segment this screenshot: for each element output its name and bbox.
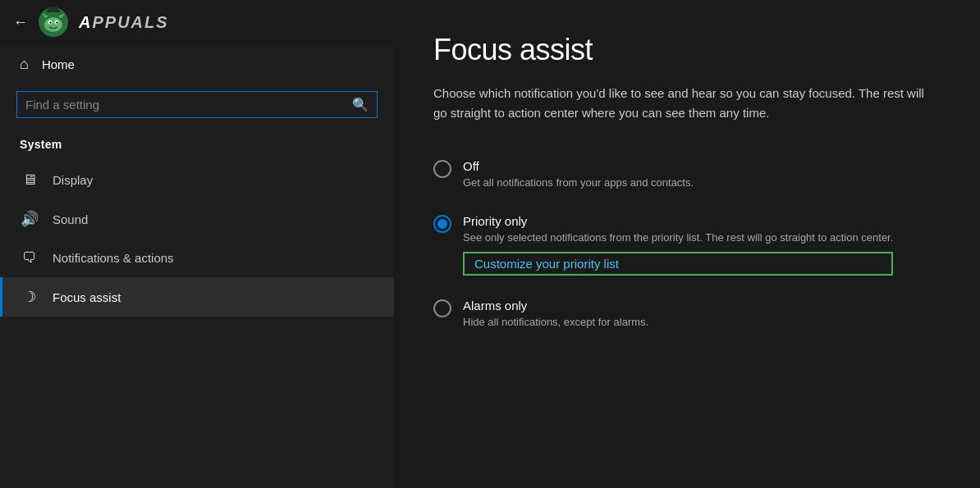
option-alarms-label: Alarms only (463, 299, 648, 312)
search-input[interactable] (25, 98, 352, 112)
svg-rect-9 (48, 7, 58, 12)
appuals-rest: PPUALS (92, 13, 168, 31)
option-priority-label: Priority only (463, 214, 893, 228)
option-priority-desc: See only selected notifications from the… (463, 230, 893, 246)
radio-off[interactable] (433, 160, 451, 178)
sidebar-item-sound[interactable]: 🔊 Sound (0, 199, 394, 239)
search-box: 🔍 (16, 91, 378, 118)
appuals-a: A (79, 13, 92, 31)
radio-alarms-only[interactable] (433, 299, 451, 317)
customize-priority-list-link[interactable]: Customize your priority list (463, 252, 893, 276)
page-title: Focus assist (433, 33, 941, 67)
option-priority-only: Priority only See only selected notifica… (433, 203, 941, 288)
search-icon[interactable]: 🔍 (352, 97, 369, 112)
option-off-label: Off (463, 159, 694, 173)
focus-assist-label: Focus assist (53, 290, 121, 304)
home-nav-item[interactable]: ⌂ Home (0, 44, 394, 84)
option-off-content: Off Get all notifications from your apps… (463, 159, 694, 191)
logo-icon (38, 7, 69, 38)
option-alarms-content: Alarms only Hide all notifications, exce… (463, 299, 648, 331)
back-arrow-icon[interactable]: ← (13, 14, 28, 31)
option-priority-content: Priority only See only selected notifica… (463, 214, 893, 276)
sidebar-header: ← APPUALS (0, 0, 394, 44)
option-alarms-desc: Hide all notifications, except for alarm… (463, 314, 648, 331)
radio-priority-only[interactable] (433, 215, 451, 233)
display-label: Display (53, 173, 93, 187)
focus-assist-icon: ☽ (20, 288, 39, 306)
notifications-icon: 🗨 (20, 249, 39, 267)
search-container: 🔍 (0, 84, 394, 131)
app-logo (38, 7, 69, 38)
option-off: Off Get all notifications from your apps… (433, 148, 941, 203)
sidebar: ← APPUALS ⌂ (0, 0, 394, 488)
display-icon: 🖥 (20, 171, 39, 189)
page-description: Choose which notification you'd like to … (433, 84, 941, 123)
home-label: Home (42, 57, 75, 71)
svg-point-5 (56, 21, 57, 23)
app-title: APPUALS (79, 13, 169, 32)
svg-point-1 (44, 17, 62, 32)
sidebar-item-focus-assist[interactable]: ☽ Focus assist (0, 277, 394, 317)
system-section-label: System (0, 131, 394, 161)
sound-label: Sound (53, 212, 88, 226)
main-content: Focus assist Choose which notification y… (394, 0, 980, 488)
sound-icon: 🔊 (20, 210, 39, 228)
sidebar-item-notifications[interactable]: 🗨 Notifications & actions (0, 239, 394, 277)
option-alarms-only: Alarms only Hide all notifications, exce… (433, 287, 941, 342)
notifications-label: Notifications & actions (53, 251, 174, 265)
radio-group: Off Get all notifications from your apps… (433, 148, 941, 342)
option-off-desc: Get all notifications from your apps and… (463, 175, 694, 191)
sidebar-item-display[interactable]: 🖥 Display (0, 161, 394, 199)
svg-point-4 (49, 21, 51, 23)
home-icon: ⌂ (20, 56, 29, 73)
